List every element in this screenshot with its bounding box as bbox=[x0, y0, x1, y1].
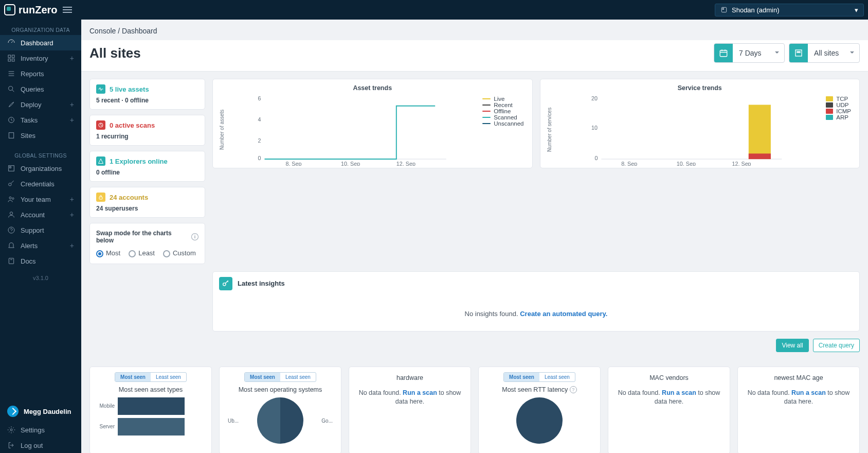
sidebar-label: Inventory bbox=[21, 55, 48, 62]
info-icon[interactable]: ? bbox=[570, 386, 577, 393]
info-icon[interactable]: i bbox=[191, 233, 198, 240]
menu-toggle-icon[interactable] bbox=[63, 7, 72, 13]
svg-point-9 bbox=[9, 86, 13, 91]
sidebar-item-settings[interactable]: Settings bbox=[0, 422, 81, 438]
org-selector[interactable]: Shodan (admin) ▾ bbox=[715, 4, 864, 16]
plus-icon[interactable]: + bbox=[70, 116, 74, 124]
sidebar-item-sites[interactable]: Sites bbox=[0, 128, 81, 143]
sidebar-item-deploy[interactable]: Deploy + bbox=[0, 97, 81, 112]
radio-custom[interactable]: Custom bbox=[163, 249, 196, 257]
explorer-icon bbox=[96, 156, 105, 166]
radio-least[interactable]: Least bbox=[129, 249, 155, 257]
breadcrumb-leaf: Dashboard bbox=[122, 27, 157, 35]
panel-hardware: hardware No data found. Run a scan to sh… bbox=[349, 367, 471, 453]
sidebar-item-dashboard[interactable]: Dashboard bbox=[0, 35, 81, 50]
plus-icon[interactable]: + bbox=[70, 100, 74, 109]
grid-icon bbox=[7, 54, 15, 62]
chart-title: Asset trends bbox=[219, 84, 526, 92]
org-name: Shodan (admin) bbox=[732, 6, 780, 14]
sidebar-heading-org: ORGANIZATION DATA bbox=[0, 25, 81, 35]
sidebar-label: Deploy bbox=[21, 101, 41, 109]
sidebar-label: Reports bbox=[21, 70, 44, 78]
svg-rect-16 bbox=[10, 167, 11, 168]
sidebar-label: Alerts bbox=[21, 242, 38, 250]
run-scan-link[interactable]: Run a scan bbox=[662, 389, 696, 396]
stat-accounts[interactable]: 24 accounts 24 superusers bbox=[89, 187, 205, 218]
sidebar-item-tasks[interactable]: Tasks + bbox=[0, 112, 81, 128]
sidebar-user[interactable]: Megg Daudelin bbox=[0, 400, 81, 422]
view-all-button[interactable]: View all bbox=[776, 339, 808, 352]
panel-title: newest MAC age bbox=[743, 374, 854, 381]
plus-icon[interactable]: + bbox=[70, 211, 74, 219]
logo[interactable]: runZero bbox=[4, 4, 58, 16]
insights-title: Latest insights bbox=[238, 280, 285, 287]
org-icon bbox=[7, 164, 15, 172]
stat-title: 1 Explorers online bbox=[110, 158, 168, 165]
radio-most[interactable]: Most bbox=[96, 249, 120, 257]
run-scan-link[interactable]: Run a scan bbox=[791, 389, 826, 396]
sidebar-label: Support bbox=[21, 226, 44, 234]
sidebar-item-inventory[interactable]: Inventory + bbox=[0, 50, 81, 66]
user-name: Megg Daudelin bbox=[24, 408, 71, 415]
breadcrumb: Console / Dashboard bbox=[81, 20, 868, 40]
insights-link[interactable]: Create an automated query. bbox=[520, 310, 607, 318]
panel-mac-vendors: MAC vendors No data found. Run a scan to… bbox=[608, 367, 730, 453]
svg-rect-22 bbox=[9, 258, 13, 264]
site-control[interactable]: All sites bbox=[789, 43, 860, 63]
gear-icon bbox=[7, 426, 15, 434]
stat-live-assets[interactable]: 5 live assets 5 recent · 0 offline bbox=[89, 79, 205, 110]
breadcrumb-root[interactable]: Console bbox=[89, 27, 116, 35]
logo-mark-icon bbox=[4, 4, 15, 15]
building-icon bbox=[7, 131, 15, 140]
bell-icon bbox=[7, 241, 15, 250]
brand-name: runZero bbox=[19, 4, 58, 16]
sidebar-item-docs[interactable]: Docs bbox=[0, 253, 81, 269]
sidebar-item-account[interactable]: Account + bbox=[0, 207, 81, 222]
svg-rect-31 bbox=[799, 51, 800, 53]
topbar: runZero Shodan (admin) ▾ bbox=[0, 0, 868, 20]
pie-chart bbox=[516, 397, 563, 444]
site-value[interactable]: All sites bbox=[808, 44, 859, 62]
range-control[interactable]: 7 Days bbox=[714, 43, 785, 63]
page-title: All sites bbox=[89, 45, 141, 61]
run-scan-link[interactable]: Run a scan bbox=[403, 389, 437, 396]
panel-title: Most seen asset types bbox=[95, 386, 206, 393]
sidebar-item-support[interactable]: Support bbox=[0, 222, 81, 238]
sidebar-label: Organizations bbox=[21, 165, 62, 172]
sidebar-label: Sites bbox=[21, 132, 35, 140]
plus-icon[interactable]: + bbox=[70, 195, 74, 203]
create-query-button[interactable]: Create query bbox=[813, 339, 860, 352]
seg-toggle[interactable]: Most seenLeast seen bbox=[115, 372, 187, 382]
svg-rect-2 bbox=[8, 55, 11, 58]
plus-icon[interactable]: + bbox=[70, 241, 74, 250]
svg-text:8. Sep: 8. Sep bbox=[285, 161, 301, 166]
svg-line-10 bbox=[12, 90, 14, 92]
sidebar-label: Log out bbox=[21, 442, 43, 449]
panel-mac-age: newest MAC age No data found. Run a scan… bbox=[737, 367, 860, 453]
sidebar-item-organizations[interactable]: Organizations bbox=[0, 161, 81, 176]
y-axis-label: Number of services bbox=[547, 94, 552, 166]
seg-toggle[interactable]: Most seenLeast seen bbox=[244, 372, 316, 382]
svg-rect-12 bbox=[9, 133, 13, 138]
help-icon bbox=[7, 226, 15, 234]
plus-icon[interactable]: + bbox=[70, 54, 74, 62]
stat-active-scans[interactable]: 0 active scans 1 recurring bbox=[89, 115, 205, 146]
range-value[interactable]: 7 Days bbox=[733, 44, 784, 62]
sidebar-label: Docs bbox=[21, 257, 36, 265]
svg-text:8. Sep: 8. Sep bbox=[621, 161, 637, 166]
insights-panel: Latest insights No insights found. Creat… bbox=[212, 271, 860, 332]
svg-point-19 bbox=[12, 198, 14, 199]
sidebar-item-team[interactable]: Your team + bbox=[0, 191, 81, 207]
sidebar-item-logout[interactable]: Log out bbox=[0, 438, 81, 453]
svg-rect-46 bbox=[748, 105, 770, 160]
pulse-icon bbox=[96, 84, 105, 94]
panel-title: Most seen RTT latency bbox=[502, 386, 568, 393]
logout-icon bbox=[7, 441, 15, 449]
sidebar-item-alerts[interactable]: Alerts + bbox=[0, 238, 81, 253]
sidebar-item-credentials[interactable]: Credentials bbox=[0, 176, 81, 191]
sidebar-item-queries[interactable]: Queries bbox=[0, 81, 81, 97]
sidebar-item-reports[interactable]: Reports bbox=[0, 66, 81, 81]
seg-toggle[interactable]: Most seenLeast seen bbox=[503, 372, 575, 382]
svg-point-18 bbox=[9, 197, 11, 199]
stat-explorers[interactable]: 1 Explorers online 0 offline bbox=[89, 151, 205, 182]
